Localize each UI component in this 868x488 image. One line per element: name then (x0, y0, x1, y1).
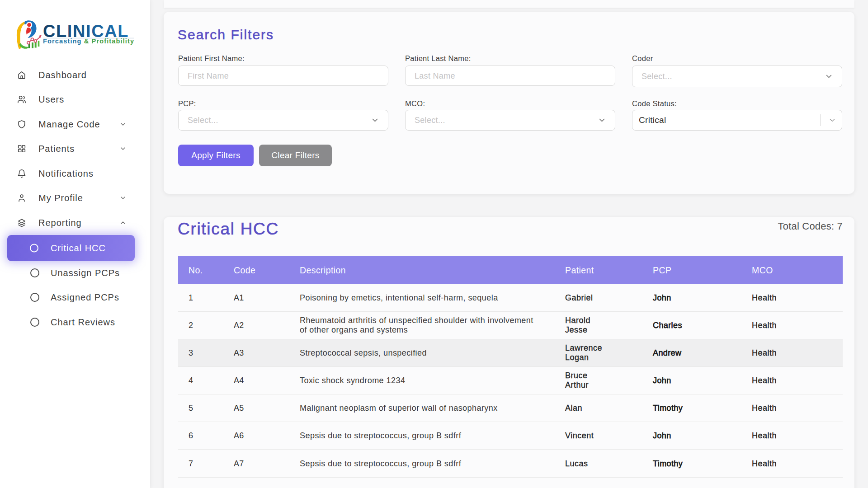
svg-text:Forcasting & Profitability: Forcasting & Profitability (43, 38, 134, 45)
